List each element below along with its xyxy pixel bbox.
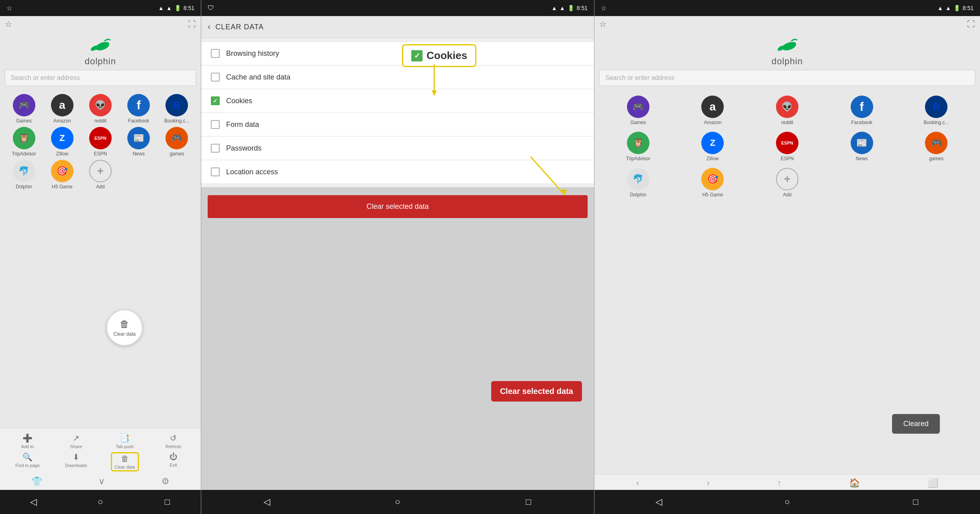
home-button-middle[interactable]: ○ <box>390 497 406 507</box>
wifi-icon: ▲ <box>158 5 164 11</box>
tripadvisor-label: TripAdvisor <box>12 151 36 157</box>
checkbox-passwords-box[interactable] <box>211 144 220 153</box>
shortcut-amazon-right[interactable]: a Amazon <box>679 96 747 125</box>
shortcuts-grid-right: 🎮 Games a Amazon 👽 reddit f Facebook B B… <box>594 91 980 202</box>
amazon-label: Amazon <box>53 118 71 124</box>
dolphin-logo-right <box>775 36 799 56</box>
nav-find-in-page[interactable]: 🔍 Find in page <box>14 452 42 471</box>
shortcut-add[interactable]: + Add <box>83 160 118 190</box>
browser-content-left: ☆ ⛶ dolphin Search or enter address 🎮 Ga… <box>0 16 201 490</box>
clear-selected-button[interactable]: Clear selected data <box>208 195 588 218</box>
shortcut-games2[interactable]: 🎮 games <box>159 127 194 157</box>
shortcut-facebook-right[interactable]: f Facebook <box>828 96 896 125</box>
espn-label: ESPN <box>94 151 107 157</box>
shortcut-tripadvisor-right[interactable]: 🦉 TripAdvisor <box>604 132 672 161</box>
bookmark-icon[interactable]: ☆ <box>5 19 12 29</box>
checkbox-location[interactable]: Location access <box>201 160 594 184</box>
nav-tab-push[interactable]: 📑 Tab push <box>111 433 139 449</box>
shortcut-booking-right[interactable]: B Booking.c... <box>902 96 970 125</box>
checkbox-form-data[interactable]: Form data <box>201 113 594 137</box>
back-btn-clear-data[interactable]: ‹ <box>208 22 210 32</box>
shortcut-dolphin-right[interactable]: 🐬 Dolphin <box>604 168 672 198</box>
amazon-icon: a <box>51 94 74 116</box>
shortcut-amazon[interactable]: a Amazon <box>45 94 80 124</box>
shortcut-games[interactable]: 🎮 Games <box>6 94 41 124</box>
amazon-icon-right: a <box>701 96 724 118</box>
theme-icon[interactable]: 👕 <box>31 476 42 487</box>
checkbox-cookies-box[interactable]: ✓ <box>211 96 220 105</box>
menu-icon[interactable]: ⛶ <box>188 20 196 29</box>
tabs-nav-icon-right[interactable]: ⬜ <box>927 478 938 488</box>
shortcut-booking[interactable]: B Booking.c... <box>159 94 194 124</box>
clear-data-circle-button[interactable]: 🗑 Clear data <box>106 310 143 346</box>
shortcut-add-right[interactable]: + Add <box>753 168 821 198</box>
recents-button-left[interactable]: □ <box>159 497 176 507</box>
shortcut-games-right[interactable]: 🎮 Games <box>604 96 672 125</box>
back-nav-icon-right[interactable]: ‹ <box>636 478 639 488</box>
checkbox-cookies[interactable]: ✓ Cookies <box>201 89 594 113</box>
checkbox-form-data-box[interactable] <box>211 120 220 129</box>
shortcut-espn[interactable]: ESPN ESPN <box>83 127 118 157</box>
back-button-middle[interactable]: ◁ <box>259 497 275 507</box>
nav-refresh[interactable]: ↺ Refresh <box>159 433 188 449</box>
search-bar-right[interactable]: Search or enter address <box>599 70 975 86</box>
espn-icon-right: ESPN <box>776 132 798 154</box>
shortcut-news-right[interactable]: 📰 News <box>828 132 896 161</box>
checkbox-location-box[interactable] <box>211 167 220 176</box>
signal-icon-middle: ▲ <box>559 5 565 11</box>
shortcut-news[interactable]: 📰 News <box>121 127 156 157</box>
home-nav-icon-right[interactable]: 🏠 <box>849 478 860 488</box>
shortcut-espn-right[interactable]: ESPN ESPN <box>753 132 821 161</box>
search-bar-left[interactable]: Search or enter address <box>5 70 196 86</box>
nav-exit[interactable]: ⏻ Exit <box>159 452 188 471</box>
nav-share[interactable]: ↗ Share <box>62 433 90 449</box>
chevron-down-icon[interactable]: ∨ <box>98 476 105 487</box>
news-label: News <box>133 151 145 157</box>
nav-clear-data[interactable]: 🗑 Clear data <box>111 452 139 471</box>
espn-icon: ESPN <box>89 127 112 149</box>
recents-button-middle[interactable]: □ <box>521 497 537 507</box>
battery-icon: 🔋 <box>174 5 181 11</box>
h5game-icon-right: 🎯 <box>701 168 724 190</box>
svg-point-8 <box>793 42 796 45</box>
shortcut-zillow-right[interactable]: Z Zillow <box>679 132 747 161</box>
status-bar-right: ☆ ▲ ▲ 🔋 8:51 <box>594 0 980 16</box>
back-button-left[interactable]: ◁ <box>25 497 41 507</box>
shortcut-reddit[interactable]: 👽 reddit <box>83 94 118 124</box>
checkbox-browsing-history-box[interactable] <box>211 49 220 58</box>
shortcut-facebook[interactable]: f Facebook <box>121 94 156 124</box>
zillow-icon-right: Z <box>701 132 724 154</box>
tripadvisor-icon-right: 🦉 <box>627 132 649 154</box>
checkbox-cache-box[interactable] <box>211 73 220 82</box>
cache-label: Cache and site data <box>226 73 290 82</box>
h5game-icon: 🎯 <box>51 160 74 182</box>
shortcut-games2-right[interactable]: 🎮 games <box>902 132 970 161</box>
shortcut-zillow[interactable]: Z Zillow <box>45 127 80 157</box>
facebook-icon-right: f <box>851 96 873 118</box>
clear-data-circle-icon: 🗑 <box>120 318 129 330</box>
form-data-label: Form data <box>226 120 259 129</box>
nav-downloads[interactable]: ⬇ Downloads <box>62 452 90 471</box>
home-button-left[interactable]: ○ <box>92 497 108 507</box>
settings-icon[interactable]: ⚙ <box>161 476 169 487</box>
checkbox-passwords[interactable]: Passwords <box>201 137 594 160</box>
share-nav-icon-right[interactable]: ↑ <box>777 478 782 488</box>
shortcut-tripadvisor[interactable]: 🦉 TripAdvisor <box>6 127 41 157</box>
android-bar-middle: ◁ ○ □ <box>201 490 594 514</box>
checkbox-cache[interactable]: Cache and site data <box>201 65 594 89</box>
shortcut-reddit-right[interactable]: 👽 reddit <box>753 96 821 125</box>
home-button-right[interactable]: ○ <box>779 497 795 507</box>
signal-icon: ▲ <box>166 5 172 11</box>
nav-add-to[interactable]: ➕ Add to <box>14 433 42 449</box>
recents-button-right[interactable]: □ <box>908 497 924 507</box>
checkbox-browsing-history[interactable]: Browsing history <box>201 41 594 65</box>
booking-label: Booking.c... <box>164 118 190 124</box>
forward-nav-icon-right[interactable]: › <box>706 478 709 488</box>
shortcut-dolphin[interactable]: 🐬 Dolphin <box>6 160 41 190</box>
back-button-right[interactable]: ◁ <box>651 497 667 507</box>
amazon-label-right: Amazon <box>704 120 721 125</box>
shortcut-h5game[interactable]: 🎯 H5 Game <box>45 160 80 190</box>
menu-icon-right[interactable]: ⛶ <box>967 20 975 29</box>
shortcut-h5game-right[interactable]: 🎯 H5 Game <box>679 168 747 198</box>
bookmark-icon-right[interactable]: ☆ <box>599 19 606 29</box>
